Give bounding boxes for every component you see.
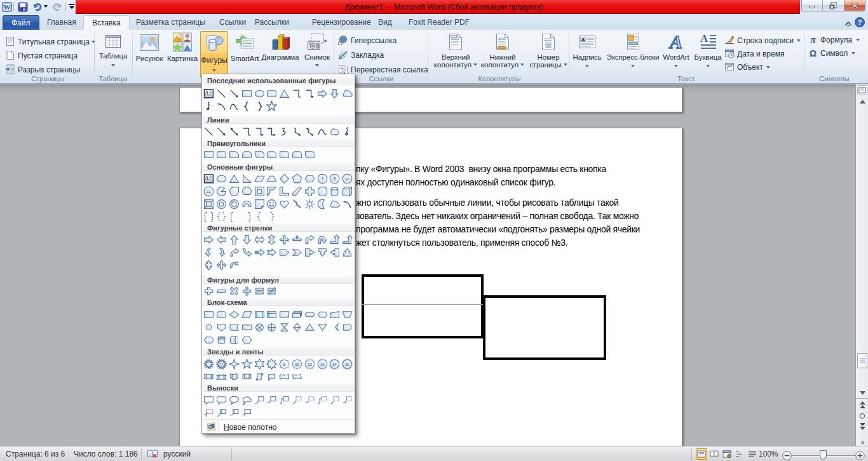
svg-text:Ω: Ω [810,48,817,58]
svg-text:10: 10 [345,177,349,180]
svg-text:12: 12 [308,362,312,366]
svg-text:A: A [700,33,709,44]
svg-text:π: π [810,35,817,44]
svg-text:12: 12 [207,189,212,193]
svg-text:32: 32 [345,362,349,366]
svg-text:10: 10 [295,362,299,366]
svg-text:A: A [668,33,682,51]
svg-text:16: 16 [320,362,325,366]
svg-text:?: ? [858,18,862,26]
svg-text:8: 8 [334,176,336,180]
svg-text:#: # [547,43,550,48]
svg-text:A: A [581,37,585,43]
svg-text:W: W [4,3,11,11]
svg-text:24: 24 [333,362,337,366]
svg-text:7: 7 [321,176,323,180]
